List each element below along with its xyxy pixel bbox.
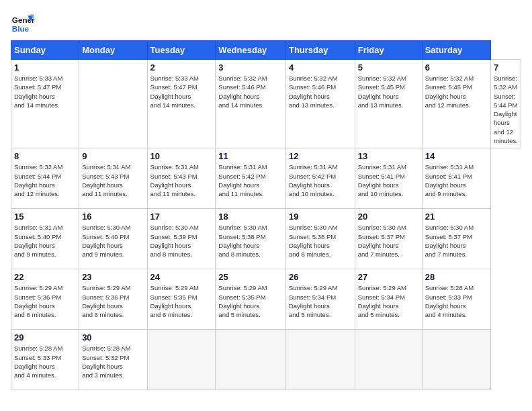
- calendar-day: 4Sunrise: 5:32 AMSunset: 5:46 PMDaylight…: [285, 60, 355, 148]
- weekday-header: Sunday: [11, 41, 79, 60]
- calendar-day: 9Sunrise: 5:31 AMSunset: 5:43 PMDaylight…: [79, 148, 147, 209]
- calendar-day: 24Sunrise: 5:29 AMSunset: 5:35 PMDayligh…: [147, 269, 216, 330]
- calendar-day: 15Sunrise: 5:31 AMSunset: 5:40 PMDayligh…: [11, 209, 79, 269]
- calendar-day: 17Sunrise: 5:30 AMSunset: 5:39 PMDayligh…: [147, 209, 216, 269]
- week-row: 15Sunrise: 5:31 AMSunset: 5:40 PMDayligh…: [11, 209, 521, 269]
- logo-icon: General Blue: [11, 11, 35, 35]
- calendar-day: 6Sunrise: 5:32 AMSunset: 5:45 PMDaylight…: [422, 60, 490, 148]
- calendar-day: [422, 330, 490, 390]
- calendar-day: 16Sunrise: 5:30 AMSunset: 5:40 PMDayligh…: [79, 209, 147, 269]
- calendar-day: 25Sunrise: 5:29 AMSunset: 5:35 PMDayligh…: [216, 269, 286, 330]
- weekday-header: Thursday: [285, 41, 355, 60]
- calendar-day: 7Sunrise: 5:32 AMSunset: 5:44 PMDaylight…: [491, 60, 521, 148]
- calendar-day: [285, 330, 355, 390]
- calendar-day: 29Sunrise: 5:28 AMSunset: 5:33 PMDayligh…: [11, 330, 79, 390]
- calendar-day: 11Sunrise: 5:31 AMSunset: 5:42 PMDayligh…: [216, 148, 286, 209]
- calendar-day: 8Sunrise: 5:32 AMSunset: 5:44 PMDaylight…: [11, 148, 79, 209]
- calendar-day: 28Sunrise: 5:28 AMSunset: 5:33 PMDayligh…: [422, 269, 490, 330]
- calendar-day: [79, 60, 147, 148]
- calendar-day: 1Sunrise: 5:33 AMSunset: 5:47 PMDaylight…: [11, 60, 79, 148]
- week-row: 1Sunrise: 5:33 AMSunset: 5:47 PMDaylight…: [11, 60, 521, 148]
- calendar-day: [216, 330, 286, 390]
- calendar-day: [355, 330, 422, 390]
- weekday-header: Friday: [355, 41, 422, 60]
- calendar-day: 20Sunrise: 5:30 AMSunset: 5:37 PMDayligh…: [355, 209, 422, 269]
- week-row: 8Sunrise: 5:32 AMSunset: 5:44 PMDaylight…: [11, 148, 521, 209]
- calendar-day: 30Sunrise: 5:28 AMSunset: 5:32 PMDayligh…: [79, 330, 147, 390]
- calendar-day: 26Sunrise: 5:29 AMSunset: 5:34 PMDayligh…: [285, 269, 355, 330]
- svg-text:Blue: Blue: [12, 24, 30, 33]
- calendar-day: 14Sunrise: 5:31 AMSunset: 5:41 PMDayligh…: [422, 148, 490, 209]
- calendar-day: 5Sunrise: 5:32 AMSunset: 5:45 PMDaylight…: [355, 60, 422, 148]
- weekday-header: Saturday: [422, 41, 490, 60]
- calendar-day: 21Sunrise: 5:30 AMSunset: 5:37 PMDayligh…: [422, 209, 490, 269]
- weekday-header: Monday: [79, 41, 147, 60]
- weekday-header-row: SundayMondayTuesdayWednesdayThursdayFrid…: [11, 41, 521, 60]
- calendar-day: 18Sunrise: 5:30 AMSunset: 5:38 PMDayligh…: [216, 209, 286, 269]
- week-row: 29Sunrise: 5:28 AMSunset: 5:33 PMDayligh…: [11, 330, 521, 390]
- calendar-day: 27Sunrise: 5:29 AMSunset: 5:34 PMDayligh…: [355, 269, 422, 330]
- weekday-header: Wednesday: [216, 41, 286, 60]
- logo: General Blue: [11, 11, 35, 35]
- calendar-day: 10Sunrise: 5:31 AMSunset: 5:43 PMDayligh…: [147, 148, 216, 209]
- calendar-day: 13Sunrise: 5:31 AMSunset: 5:41 PMDayligh…: [355, 148, 422, 209]
- calendar-day: [147, 330, 216, 390]
- calendar-day: 3Sunrise: 5:32 AMSunset: 5:46 PMDaylight…: [216, 60, 286, 148]
- weekday-header: Tuesday: [147, 41, 216, 60]
- calendar-day: 2Sunrise: 5:33 AMSunset: 5:47 PMDaylight…: [147, 60, 216, 148]
- calendar-day: 12Sunrise: 5:31 AMSunset: 5:42 PMDayligh…: [285, 148, 355, 209]
- calendar-day: 23Sunrise: 5:29 AMSunset: 5:36 PMDayligh…: [79, 269, 147, 330]
- calendar-day: 19Sunrise: 5:30 AMSunset: 5:38 PMDayligh…: [285, 209, 355, 269]
- calendar-day: 22Sunrise: 5:29 AMSunset: 5:36 PMDayligh…: [11, 269, 79, 330]
- calendar-table: SundayMondayTuesdayWednesdayThursdayFrid…: [11, 40, 521, 390]
- page-header: General Blue: [11, 11, 521, 35]
- week-row: 22Sunrise: 5:29 AMSunset: 5:36 PMDayligh…: [11, 269, 521, 330]
